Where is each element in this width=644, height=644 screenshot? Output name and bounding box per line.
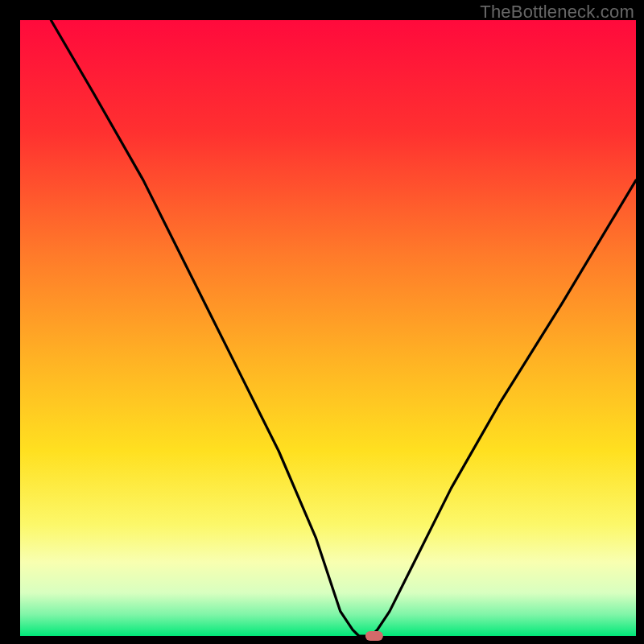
- bottleneck-chart: TheBottleneck.com: [0, 0, 644, 644]
- plot-background: [20, 20, 636, 636]
- chart-svg: [0, 0, 644, 644]
- optimal-marker: [365, 631, 383, 641]
- watermark-text: TheBottleneck.com: [480, 2, 634, 23]
